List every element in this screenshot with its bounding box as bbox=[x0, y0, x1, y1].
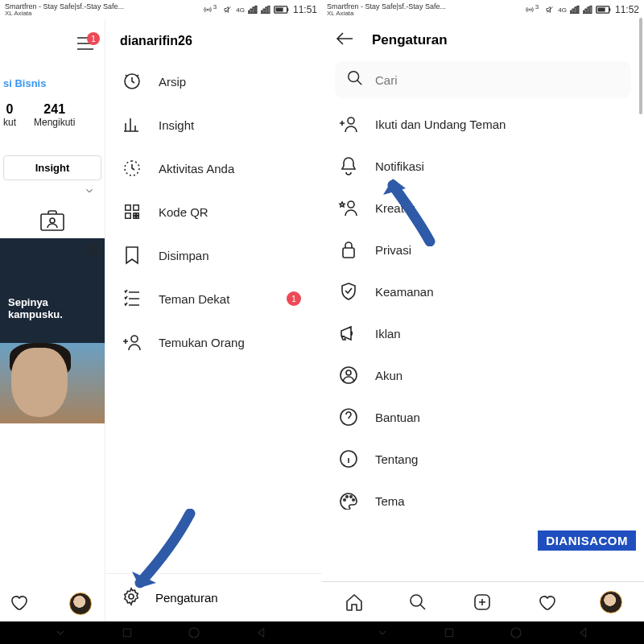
drawer-settings[interactable]: Pengaturan bbox=[105, 573, 322, 621]
screen-profile-drawer: Smartfren - Stay Safe|sf.-Stay Safe... X… bbox=[0, 0, 322, 621]
stat-label: kut bbox=[3, 117, 16, 128]
post-thumbnail-1[interactable]: Sepinya kampusku. bbox=[0, 238, 105, 343]
business-tools-link[interactable]: si Bisnis bbox=[0, 68, 105, 97]
gear-icon bbox=[122, 587, 141, 609]
heart-icon[interactable] bbox=[8, 592, 29, 615]
settings-item-security[interactable]: Keamanan bbox=[322, 270, 644, 312]
svg-rect-37 bbox=[597, 8, 605, 12]
svg-point-13 bbox=[50, 218, 55, 223]
menu-item-activity[interactable]: Aktivitas Anda bbox=[105, 147, 322, 190]
followers-stat[interactable]: 0 kut bbox=[3, 102, 16, 128]
svg-rect-30 bbox=[577, 6, 579, 14]
svg-point-49 bbox=[353, 499, 354, 501]
hotspot-count: 3 bbox=[213, 3, 217, 10]
svg-rect-33 bbox=[588, 7, 589, 14]
stat-number: 241 bbox=[34, 102, 75, 117]
settings-item-invite[interactable]: Ikuti dan Undang Teman bbox=[322, 103, 644, 145]
menu-item-archive[interactable]: Arsip bbox=[105, 60, 322, 103]
nav-home-icon[interactable] bbox=[509, 625, 523, 640]
profile-avatar[interactable] bbox=[600, 591, 622, 613]
settings-item-theme[interactable]: Tema bbox=[322, 480, 644, 522]
svg-point-50 bbox=[411, 595, 422, 606]
svg-point-39 bbox=[348, 118, 354, 124]
svg-rect-34 bbox=[590, 6, 592, 14]
clock: 11:52 bbox=[615, 4, 639, 15]
svg-rect-15 bbox=[89, 247, 96, 254]
nav-menu-icon[interactable] bbox=[376, 626, 389, 639]
settings-item-creator[interactable]: Kreator bbox=[322, 187, 644, 229]
search-icon bbox=[346, 69, 364, 90]
menu-item-close-friends[interactable]: Teman Dekat 1 bbox=[105, 277, 322, 320]
nav-back-icon[interactable] bbox=[577, 626, 590, 639]
back-arrow-icon[interactable] bbox=[335, 31, 354, 50]
drawer-username: dianarifin26 bbox=[105, 19, 322, 60]
battery-icon bbox=[596, 6, 612, 14]
menu-item-qr[interactable]: Kode QR bbox=[105, 190, 322, 233]
svg-rect-41 bbox=[343, 248, 354, 258]
svg-point-55 bbox=[511, 628, 521, 638]
signal-icon-2 bbox=[583, 6, 592, 14]
nav-recents-icon[interactable] bbox=[121, 626, 134, 639]
menu-item-saved[interactable]: Disimpan bbox=[105, 233, 322, 277]
watermark: DIANISACOM bbox=[538, 530, 636, 551]
nav-home-icon[interactable] bbox=[187, 625, 201, 640]
settings-item-account[interactable]: Akun bbox=[322, 354, 644, 396]
person-icon bbox=[338, 365, 359, 386]
settings-item-help[interactable]: Bantuan bbox=[322, 396, 644, 438]
settings-item-privacy[interactable]: Privasi bbox=[322, 229, 644, 270]
nav-menu-icon[interactable] bbox=[54, 626, 67, 639]
svg-rect-23 bbox=[137, 213, 139, 216]
settings-item-ads[interactable]: Iklan bbox=[322, 312, 644, 354]
svg-rect-14 bbox=[91, 245, 98, 252]
menu-item-insight[interactable]: Insight bbox=[105, 103, 322, 147]
home-icon[interactable] bbox=[344, 592, 365, 613]
svg-point-24 bbox=[131, 336, 138, 342]
bell-icon bbox=[338, 155, 359, 176]
nav-recents-icon[interactable] bbox=[443, 626, 456, 639]
search-input[interactable] bbox=[375, 73, 620, 87]
profile-peek: 1 si Bisnis 0 kut 241 Mengikuti Insight bbox=[0, 19, 105, 621]
add-person-icon bbox=[338, 114, 359, 134]
insight-button[interactable]: Insight bbox=[3, 155, 101, 180]
settings-label: Notifikasi bbox=[375, 159, 424, 173]
stat-number: 0 bbox=[3, 102, 16, 117]
settings-item-about[interactable]: Tentang bbox=[322, 438, 644, 480]
scrollbar[interactable] bbox=[639, 18, 642, 114]
signal-icon-2 bbox=[261, 6, 270, 14]
menu-label: Aktivitas Anda bbox=[159, 162, 234, 175]
hotspot-icon bbox=[524, 5, 535, 14]
chevron-down-icon[interactable] bbox=[0, 180, 105, 208]
svg-rect-3 bbox=[253, 7, 254, 14]
heart-icon[interactable] bbox=[536, 592, 557, 613]
profile-avatar[interactable] bbox=[69, 592, 92, 615]
svg-rect-17 bbox=[126, 205, 130, 210]
svg-point-46 bbox=[344, 499, 345, 501]
svg-rect-20 bbox=[134, 213, 136, 216]
settings-item-notifications[interactable]: Notifikasi bbox=[322, 145, 644, 187]
settings-label: Bantuan bbox=[375, 411, 420, 424]
menu-label: Arsip bbox=[159, 75, 186, 89]
menu-item-discover[interactable]: Temukan Orang bbox=[105, 320, 322, 364]
menu-label: Temukan Orang bbox=[159, 336, 245, 349]
menu-label: Insight bbox=[159, 118, 194, 132]
search-field[interactable] bbox=[335, 61, 631, 98]
post-thumbnail-2[interactable] bbox=[0, 343, 105, 423]
tag-people-icon[interactable] bbox=[37, 208, 68, 233]
info-icon bbox=[338, 448, 359, 469]
search-icon[interactable] bbox=[407, 592, 428, 613]
nav-back-icon[interactable] bbox=[255, 626, 268, 639]
settings-label: Tentang bbox=[375, 452, 418, 466]
svg-rect-31 bbox=[583, 11, 584, 14]
svg-rect-7 bbox=[266, 7, 267, 14]
hotspot-count: 3 bbox=[535, 3, 539, 10]
new-post-icon[interactable] bbox=[472, 592, 493, 613]
settings-label: Akun bbox=[375, 369, 402, 382]
mute-icon bbox=[223, 5, 233, 14]
drawer-settings-label: Pengaturan bbox=[155, 591, 218, 605]
following-stat[interactable]: 241 Mengikuti bbox=[34, 102, 75, 128]
signal-icon-1 bbox=[570, 6, 580, 14]
settings-label: Tema bbox=[375, 494, 405, 508]
hamburger-icon[interactable]: 1 bbox=[76, 35, 95, 52]
carrier-text-2: XL Axiata bbox=[327, 10, 446, 17]
svg-rect-8 bbox=[268, 6, 270, 14]
